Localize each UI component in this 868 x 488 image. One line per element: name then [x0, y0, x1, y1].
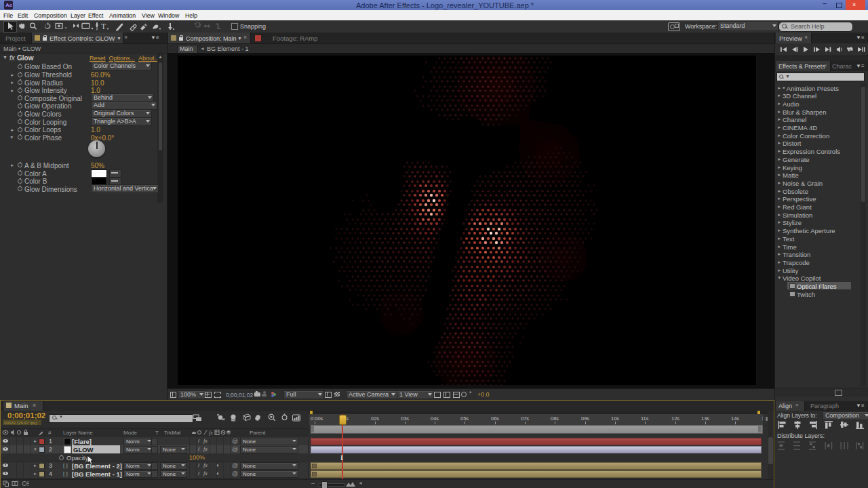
svg-text:Mode: Mode: [123, 430, 138, 436]
svg-text:Parent: Parent: [250, 430, 266, 436]
svg-text:T: T: [101, 22, 106, 31]
svg-text:fx: fx: [209, 430, 213, 436]
svg-text:Layer Name: Layer Name: [63, 430, 93, 436]
svg-text:T: T: [155, 430, 159, 436]
svg-text:#: #: [48, 430, 52, 436]
svg-text:TrkMat: TrkMat: [164, 430, 181, 436]
